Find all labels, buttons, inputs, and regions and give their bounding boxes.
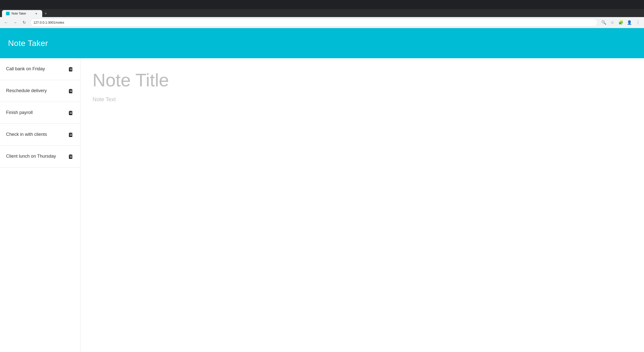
note-title-5: Client lunch on Thursday (6, 153, 67, 159)
note-item-5[interactable]: Client lunch on Thursday (0, 146, 80, 167)
toolbar-right: 🔍 ☆ 🧩 👤 ⋮ (600, 19, 642, 27)
note-item-3[interactable]: Finish payroll (0, 102, 80, 124)
delete-note-1-button[interactable] (67, 65, 74, 73)
address-bar[interactable]: 127.0.0.1:3001/notes (30, 19, 598, 27)
delete-note-5-button[interactable] (67, 153, 74, 160)
tab-close-button[interactable]: ✕ (34, 12, 38, 16)
app-body: Call bank on Friday Reschedule delivery … (0, 58, 644, 352)
app-header: Note Taker (0, 28, 644, 58)
menu-button[interactable]: ⋮ (634, 19, 642, 27)
notes-sidebar: Call bank on Friday Reschedule delivery … (0, 58, 80, 352)
note-item-1[interactable]: Call bank on Friday (0, 58, 80, 80)
active-tab[interactable]: Note Taker ✕ (2, 10, 42, 17)
back-button[interactable]: ← (2, 19, 10, 27)
trash-icon-5 (68, 154, 73, 159)
profile-button[interactable]: 👤 (625, 19, 633, 27)
note-title-4: Check in with clients (6, 131, 67, 138)
note-title-placeholder[interactable]: Note Title (93, 70, 632, 90)
trash-icon-2 (68, 88, 73, 94)
bookmark-button[interactable]: ☆ (608, 19, 616, 27)
note-text-placeholder[interactable]: Note Text (93, 96, 632, 103)
delete-note-3-button[interactable] (67, 109, 74, 116)
note-item-4[interactable]: Check in with clients (0, 124, 80, 146)
extensions-button[interactable]: 🧩 (617, 19, 625, 27)
note-title-3: Finish payroll (6, 109, 67, 116)
note-editor: Note Title Note Text (80, 58, 644, 352)
note-item-2[interactable]: Reschedule delivery (0, 80, 80, 102)
app-title: Note Taker (8, 39, 48, 48)
trash-icon-3 (68, 110, 73, 115)
delete-note-2-button[interactable] (67, 87, 74, 95)
new-tab-button[interactable]: + (42, 10, 49, 17)
tab-favicon (6, 12, 10, 15)
delete-note-4-button[interactable] (67, 131, 74, 138)
note-title-1: Call bank on Friday (6, 66, 67, 72)
note-title-2: Reschedule delivery (6, 88, 67, 94)
reload-button[interactable]: ↻ (20, 19, 28, 27)
tab-title: Note Taker (12, 12, 26, 15)
browser-tab-bar: Note Taker ✕ + (0, 9, 644, 17)
browser-toolbar: ← → ↻ 127.0.0.1:3001/notes 🔍 ☆ 🧩 👤 ⋮ (0, 17, 644, 28)
url-display: 127.0.0.1:3001/notes (33, 21, 64, 24)
zoom-button[interactable]: 🔍 (600, 19, 608, 27)
trash-icon-1 (68, 66, 73, 72)
browser-chrome (0, 0, 644, 9)
trash-icon-4 (68, 132, 73, 137)
forward-button[interactable]: → (11, 19, 19, 27)
